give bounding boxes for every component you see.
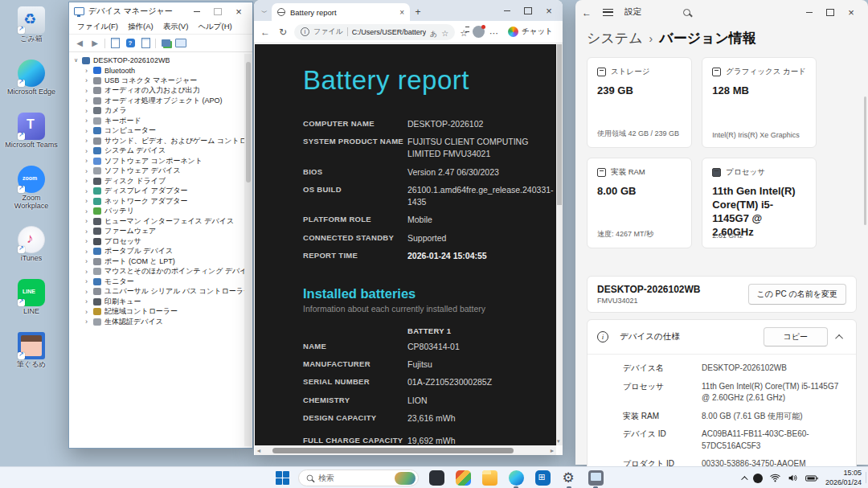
device-tree-item[interactable]: ディスク ドライブ [69,176,244,187]
device-tree-item[interactable]: オーディオの入力および出力 [69,86,244,96]
properties-icon[interactable] [109,38,121,49]
maximize-button[interactable] [518,3,538,18]
expand-chevron-icon[interactable] [85,197,93,205]
expand-chevron-icon[interactable] [85,207,93,215]
maximize-button[interactable] [820,5,841,19]
horizontal-scrollbar[interactable]: ◄ ► [255,445,556,455]
browser-tab[interactable]: Battery report × [272,3,410,21]
desktop-shortcut[interactable]: LINE [5,279,58,316]
scroll-left-icon[interactable]: ◄ [255,448,263,453]
device-tree-item[interactable]: ヒューマン インターフェイス デバイス [69,216,244,227]
minimize-button[interactable] [186,4,207,18]
back-icon[interactable] [259,27,272,38]
device-tree-root[interactable]: DESKTOP-2026102WB [69,55,244,66]
expand-chevron-icon[interactable] [85,76,93,84]
device-tree-item[interactable]: ポート (COM と LPT) [69,256,244,267]
desktop-shortcut[interactable]: Microsoft Edge [5,59,58,96]
menu-item[interactable]: ヘルプ(H) [193,22,236,32]
vertical-scrollbar[interactable] [244,54,252,446]
device-tree-item[interactable]: カメラ [69,106,244,117]
minimize-button[interactable] [497,3,518,18]
device-tree-item[interactable]: Bluetooth [69,66,244,76]
device-tree-item[interactable]: システム デバイス [69,146,244,157]
expand-chevron-icon[interactable] [85,177,93,185]
device-tree-item[interactable]: ソフトウェア コンポーネント [69,156,244,166]
taskbar-app-button[interactable] [481,470,498,487]
address-bar[interactable]: ファイル C:/Users/USER/battery... [294,24,455,40]
device-tree-item[interactable]: プロセッサ [69,236,244,247]
expand-chevron-icon[interactable] [85,187,93,195]
expand-chevron-icon[interactable] [85,147,93,155]
device-tree-item[interactable]: ファームウェア [69,227,244,237]
taskbar-clock[interactable]: 15:05 2026/01/24 [825,469,862,487]
help-icon[interactable] [125,38,136,49]
page-info-icon[interactable] [301,27,309,36]
taskbar-search[interactable]: 検索 [298,470,419,486]
search-highlight-image[interactable] [395,472,416,485]
copy-button[interactable]: コピー [764,327,828,347]
expand-chevron-icon[interactable] [85,87,93,95]
show-desktop-button[interactable] [866,472,866,483]
close-button[interactable] [538,3,559,18]
expand-chevron-icon[interactable] [85,268,93,276]
volume-icon[interactable] [788,471,798,486]
taskbar-app-button[interactable] [534,470,551,487]
scrollbar-track[interactable] [263,448,548,453]
taskbar-app-button[interactable] [454,470,472,487]
expand-chevron-icon[interactable] [85,67,93,75]
scan-hardware-icon[interactable] [160,38,171,49]
menu-item[interactable]: 表示(V) [158,22,194,32]
wifi-icon[interactable] [770,471,780,486]
device-tree-item[interactable]: キーボード [69,116,244,126]
taskbar-app-button[interactable] [587,470,604,487]
expand-chevron-icon[interactable] [85,237,93,245]
tab-list-chevron-icon[interactable]: ﹀ [257,3,272,21]
scrollbar-thumb[interactable] [557,44,562,205]
expand-chevron-icon[interactable] [85,277,93,285]
favorites-icon[interactable] [460,25,468,39]
desktop-shortcut[interactable]: Microsoft Teams [5,113,58,150]
navigation-menu-icon[interactable] [603,9,613,16]
expand-chevron-icon[interactable] [85,127,93,135]
device-tree-item[interactable]: 印刷キュー [69,297,244,307]
battery-icon[interactable] [805,471,818,486]
taskbar-app-button[interactable] [428,470,445,487]
device-tree-item[interactable]: サウンド、ビデオ、およびゲーム コントローラー [69,136,244,146]
profile-avatar[interactable] [473,26,485,38]
device-tree-item[interactable]: コンピューター [69,126,244,137]
collapse-chevron-icon[interactable] [835,334,843,342]
expand-chevron-icon[interactable] [85,288,93,296]
desktop-shortcut[interactable]: Zoom Workplace [5,166,58,211]
device-tree-item[interactable]: 記憶域コントローラー [69,307,244,318]
favorite-star-icon[interactable] [441,25,448,39]
close-button[interactable] [841,5,862,19]
expand-chevron-icon[interactable] [85,217,93,225]
maximize-button[interactable] [207,4,228,18]
search-icon[interactable] [683,9,690,16]
taskbar-app-button[interactable] [507,470,525,487]
device-tree-item[interactable]: オーディオ処理オブジェクト (APO) [69,96,244,106]
back-icon[interactable] [582,5,592,19]
refresh-icon[interactable] [276,27,289,38]
scroll-right-icon[interactable]: ► [548,448,556,453]
expand-chevron-icon[interactable] [85,167,93,175]
rename-pc-button[interactable]: この PC の名前を変更 [748,284,846,305]
expand-chevron-icon[interactable] [85,137,93,145]
copilot-chat-button[interactable]: チャット [503,25,558,39]
menu-item[interactable]: 操作(A) [123,22,158,32]
menu-item[interactable]: ファイル(F) [72,22,123,32]
expand-chevron-icon[interactable] [85,117,93,125]
device-tree-item[interactable]: マウスとそのほかのポインティング デバイス [69,267,244,277]
expand-chevron-icon[interactable] [85,318,93,326]
expand-chevron-icon[interactable] [85,96,93,105]
minimize-button[interactable] [799,5,820,19]
tray-overflow-chevron-icon[interactable] [741,476,747,482]
collapse-chevron-icon[interactable] [74,57,82,64]
breadcrumb-system[interactable]: システム [587,29,643,47]
scrollbar-thumb[interactable] [246,62,251,182]
scrollbar-thumb[interactable] [272,448,514,453]
device-tree-item[interactable]: ネットワーク アダプター [69,196,244,207]
expand-chevron-icon[interactable] [85,107,93,115]
device-tree-item[interactable]: モニター [69,277,244,287]
desktop-shortcut[interactable]: ごみ箱 [5,6,58,43]
